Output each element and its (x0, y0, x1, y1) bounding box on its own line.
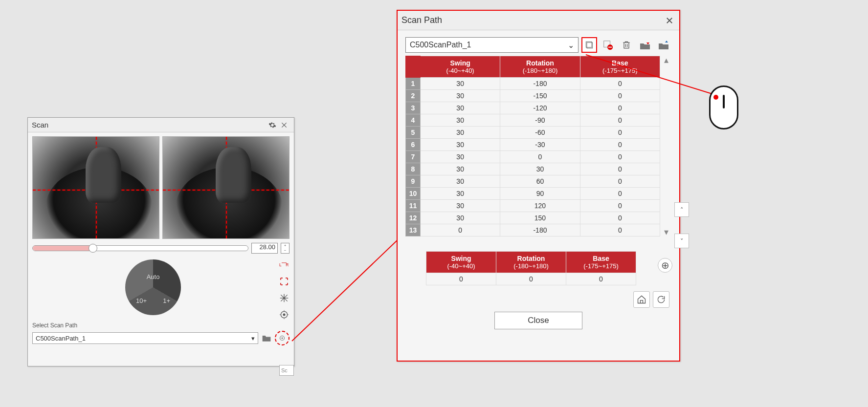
new-scan-path-icon[interactable] (581, 37, 597, 53)
cell-base[interactable]: 0 (580, 90, 660, 102)
cell-base[interactable]: 0 (580, 188, 660, 200)
row-number: 12 (406, 212, 421, 224)
cell-swing[interactable]: 30 (421, 212, 500, 224)
cell-swing[interactable]: 30 (421, 127, 500, 139)
cell-swing[interactable]: 30 (421, 139, 500, 151)
home-icon[interactable] (633, 291, 650, 308)
scan-titlebar[interactable]: Scan (28, 118, 294, 132)
cell-swing[interactable]: 0 (421, 224, 500, 236)
cell-rotation[interactable]: 90 (500, 188, 580, 200)
starburst-icon[interactable] (279, 293, 289, 303)
cell-swing[interactable]: 30 (421, 200, 500, 212)
cell-base[interactable]: 0 (580, 224, 660, 236)
cell-rotation[interactable]: 150 (500, 212, 580, 224)
scan-path-combo[interactable]: C500ScanPath_1 ⌄ (405, 37, 579, 53)
scroll-down-icon[interactable]: ▾ (664, 228, 668, 236)
table-row[interactable]: 530-600 (406, 127, 660, 139)
trash-icon[interactable] (619, 37, 634, 53)
cell-swing[interactable]: 30 (421, 78, 500, 90)
cell-swing[interactable]: 30 (421, 151, 500, 163)
cell-rotation[interactable]: -60 (500, 127, 580, 139)
target-icon[interactable] (279, 309, 289, 320)
scroll-up-icon[interactable]: ▴ (664, 56, 668, 64)
cell-base[interactable]: 0 (580, 114, 660, 127)
cell-base[interactable]: 0 (580, 163, 660, 175)
pie-auto[interactable]: Auto (147, 273, 160, 280)
cell-rotation[interactable]: -30 (500, 139, 580, 151)
close-icon[interactable] (278, 119, 290, 131)
pie-ten[interactable]: 10+ (136, 297, 147, 304)
cell-base[interactable]: 0 (580, 78, 660, 90)
cell-base[interactable]: 0 (580, 151, 660, 163)
scan-path-titlebar[interactable]: Scan Path (398, 11, 679, 30)
scan-path-table[interactable]: Swing (-40~+40) Rotation (-180~+180) Bas… (405, 56, 660, 236)
refresh-icon[interactable] (653, 291, 669, 308)
cell-swing[interactable]: 30 (421, 188, 500, 200)
cell-base[interactable]: 0 (580, 102, 660, 114)
add-row-icon[interactable]: ⊕ (658, 258, 672, 273)
row-move-down-icon[interactable]: ˅ (674, 234, 689, 248)
cell-rotation[interactable]: 0 (500, 151, 580, 163)
cell-swing[interactable]: 30 (421, 175, 500, 188)
cell-base[interactable]: 0 (580, 175, 660, 188)
table-row[interactable]: 130-1800 (406, 78, 660, 90)
row-number: 1 (406, 78, 421, 90)
chevron-down-icon: ▾ (251, 335, 255, 342)
cell-base[interactable]: 0 (580, 212, 660, 224)
cell-rotation[interactable]: -120 (500, 102, 580, 114)
select-scan-path-value: C500ScanPath_1 (36, 335, 86, 342)
crosshair-box-icon[interactable] (279, 276, 289, 287)
row-move-up-icon[interactable]: ˄ (674, 202, 689, 217)
close-icon[interactable] (664, 15, 675, 26)
exposure-stepper[interactable]: +− (281, 243, 289, 254)
row-number: 4 (406, 114, 421, 127)
close-button[interactable]: Close (494, 312, 582, 329)
table-row[interactable]: 930600 (406, 175, 660, 188)
table-row[interactable]: 1030900 (406, 188, 660, 200)
lr-swap-icon[interactable]: LR (279, 259, 289, 270)
cell-swing[interactable]: 30 (421, 90, 500, 102)
cell-rotation[interactable]: 120 (500, 200, 580, 212)
edit-denied-icon[interactable] (600, 37, 616, 53)
single-rotation[interactable]: 0 (496, 273, 566, 285)
hidden-tab-fragment: Sc (279, 365, 294, 376)
cell-rotation[interactable]: -150 (500, 90, 580, 102)
scan-path-combo-value: C500ScanPath_1 (410, 41, 471, 49)
table-row[interactable]: 330-1200 (406, 102, 660, 114)
cell-rotation[interactable]: -180 (500, 78, 580, 90)
exposure-value[interactable]: 28.00 (251, 243, 278, 254)
row-number: 13 (406, 224, 421, 236)
scan-path-settings-icon[interactable] (275, 331, 289, 345)
import-icon[interactable] (637, 37, 653, 53)
exposure-slider[interactable] (32, 245, 248, 251)
single-entry-table[interactable]: Swing(-40~+40) Rotation(-180~+180) Base(… (426, 251, 636, 285)
single-base[interactable]: 0 (566, 273, 636, 285)
select-scan-path[interactable]: C500ScanPath_1 ▾ (32, 332, 258, 344)
cell-swing[interactable]: 30 (421, 163, 500, 175)
scan-mode-pie[interactable]: Auto 10+ 1+ (125, 259, 181, 315)
table-row[interactable]: 630-300 (406, 139, 660, 151)
row-number: 9 (406, 175, 421, 188)
export-icon[interactable] (656, 37, 671, 53)
cell-swing[interactable]: 30 (421, 102, 500, 114)
cell-swing[interactable]: 30 (421, 114, 500, 127)
table-row[interactable]: 830300 (406, 163, 660, 175)
single-swing[interactable]: 0 (426, 273, 496, 285)
cell-base[interactable]: 0 (580, 127, 660, 139)
table-row[interactable]: 430-900 (406, 114, 660, 127)
cell-rotation[interactable]: -180 (500, 224, 580, 236)
table-scrollbar[interactable]: ▴ ▾ (660, 56, 671, 236)
cell-base[interactable]: 0 (580, 200, 660, 212)
table-row[interactable]: 130-1800 (406, 224, 660, 236)
table-row[interactable]: 12301500 (406, 212, 660, 224)
cell-base[interactable]: 0 (580, 139, 660, 151)
table-row[interactable]: 73000 (406, 151, 660, 163)
cell-rotation[interactable]: 30 (500, 163, 580, 175)
cell-rotation[interactable]: 60 (500, 175, 580, 188)
scan-settings-icon[interactable] (267, 119, 278, 131)
pie-one[interactable]: 1+ (163, 297, 170, 304)
folder-icon[interactable] (261, 333, 272, 343)
table-row[interactable]: 11301200 (406, 200, 660, 212)
table-row[interactable]: 230-1500 (406, 90, 660, 102)
cell-rotation[interactable]: -90 (500, 114, 580, 127)
